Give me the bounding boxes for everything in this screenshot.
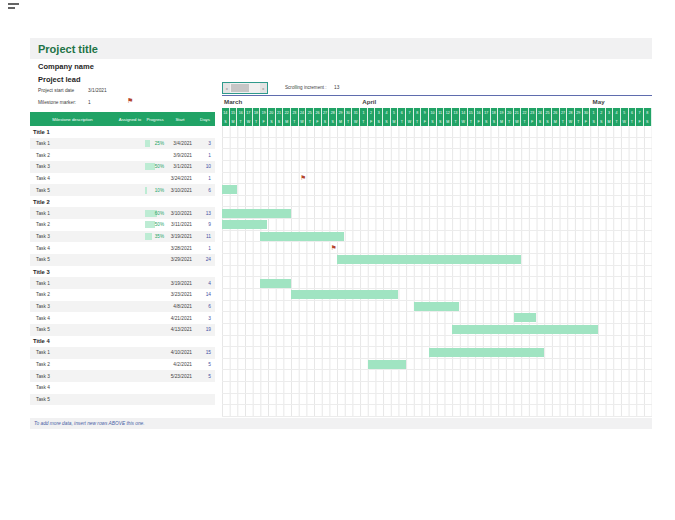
start-date-cell[interactable]: 3/11/2021 — [165, 219, 195, 231]
progress-cell[interactable] — [145, 301, 165, 313]
timeline-scrollbar[interactable]: ◂ ▸ — [222, 82, 268, 94]
progress-cell[interactable]: 60% — [145, 207, 165, 219]
start-date-cell[interactable]: 3/28/2021 — [165, 242, 195, 254]
days-cell[interactable] — [195, 394, 215, 406]
task-name-cell[interactable]: Task 3 — [30, 161, 115, 173]
start-date-cell[interactable]: 3/29/2021 — [165, 254, 195, 266]
start-date-cell[interactable] — [165, 394, 195, 406]
project-lead[interactable]: Project lead — [38, 75, 81, 84]
progress-cell[interactable]: 10% — [145, 184, 165, 196]
task-row[interactable]: Task 54/13/202119 — [30, 324, 215, 336]
scrollbar-thumb[interactable] — [231, 84, 249, 92]
progress-cell[interactable] — [145, 289, 165, 301]
days-cell[interactable]: 5 — [195, 370, 215, 382]
start-date-cell[interactable]: 3/23/2021 — [165, 289, 195, 301]
task-row[interactable]: Task 13/19/20214 — [30, 277, 215, 289]
empty-row[interactable] — [30, 405, 215, 417]
days-cell[interactable]: 10 — [195, 161, 215, 173]
start-date-cell[interactable]: 4/2/2021 — [165, 359, 195, 371]
group-title-row[interactable]: Title 3 — [30, 266, 215, 278]
assigned-to-cell[interactable] — [115, 277, 145, 289]
task-name-cell[interactable]: Task 5 — [30, 394, 115, 406]
progress-cell[interactable] — [145, 382, 165, 394]
task-row[interactable]: Task 335%3/19/202111 — [30, 231, 215, 243]
progress-cell[interactable] — [145, 312, 165, 324]
task-name-cell[interactable]: Task 3 — [30, 231, 115, 243]
scrollbar-left-arrow-icon[interactable]: ◂ — [223, 83, 230, 93]
days-cell[interactable]: 4 — [195, 277, 215, 289]
task-name-cell[interactable]: Task 5 — [30, 184, 115, 196]
assigned-to-cell[interactable] — [115, 184, 145, 196]
task-name-cell[interactable]: Task 2 — [30, 149, 115, 161]
task-row[interactable]: Task 35/23/20215 — [30, 370, 215, 382]
progress-cell[interactable] — [145, 359, 165, 371]
task-row[interactable]: Task 53/29/202124 — [30, 254, 215, 266]
assigned-to-cell[interactable] — [115, 161, 145, 173]
task-row[interactable]: Task 350%3/1/202110 — [30, 161, 215, 173]
task-name-cell[interactable]: Task 2 — [30, 359, 115, 371]
assigned-to-cell[interactable] — [115, 347, 145, 359]
progress-cell[interactable] — [145, 149, 165, 161]
task-row[interactable]: Task 125%3/4/20213 — [30, 138, 215, 150]
days-cell[interactable]: 14 — [195, 289, 215, 301]
progress-cell[interactable]: 50% — [145, 219, 165, 231]
days-cell[interactable]: 3 — [195, 312, 215, 324]
task-name-cell[interactable]: Task 5 — [30, 324, 115, 336]
start-date-cell[interactable] — [165, 382, 195, 394]
task-row[interactable]: Task 43/24/20211 — [30, 173, 215, 185]
days-cell[interactable]: 13 — [195, 207, 215, 219]
start-date-cell[interactable]: 4/8/2021 — [165, 301, 195, 313]
progress-cell[interactable]: 50% — [145, 161, 165, 173]
task-row[interactable]: Task 34/8/20216 — [30, 301, 215, 313]
task-name-cell[interactable]: Task 1 — [30, 277, 115, 289]
start-date-cell[interactable]: 3/19/2021 — [165, 277, 195, 289]
assigned-to-cell[interactable] — [115, 289, 145, 301]
days-cell[interactable] — [195, 382, 215, 394]
task-name-cell[interactable]: Task 1 — [30, 207, 115, 219]
task-name-cell[interactable]: Task 1 — [30, 138, 115, 150]
task-name-cell[interactable]: Task 4 — [30, 173, 115, 185]
task-row[interactable]: Task 510%3/10/20216 — [30, 184, 215, 196]
task-row[interactable]: Task 44/21/20213 — [30, 312, 215, 324]
milestone-marker-value[interactable]: 1 — [88, 100, 91, 105]
scrolling-increment-value[interactable]: 13 — [334, 85, 339, 90]
task-name-cell[interactable]: Task 3 — [30, 301, 115, 313]
task-name-cell[interactable]: Task 5 — [30, 254, 115, 266]
progress-cell[interactable] — [145, 370, 165, 382]
progress-cell[interactable] — [145, 242, 165, 254]
task-row[interactable]: Task 23/23/202114 — [30, 289, 215, 301]
progress-cell[interactable] — [145, 254, 165, 266]
days-cell[interactable]: 3 — [195, 138, 215, 150]
assigned-to-cell[interactable] — [115, 359, 145, 371]
task-row[interactable]: Task 23/9/20211 — [30, 149, 215, 161]
days-cell[interactable]: 6 — [195, 301, 215, 313]
assigned-to-cell[interactable] — [115, 242, 145, 254]
group-title-row[interactable]: Title 2 — [30, 196, 215, 208]
task-name-cell[interactable]: Task 4 — [30, 312, 115, 324]
progress-cell[interactable]: 25% — [145, 138, 165, 150]
days-cell[interactable]: 1 — [195, 173, 215, 185]
days-cell[interactable]: 15 — [195, 347, 215, 359]
assigned-to-cell[interactable] — [115, 382, 145, 394]
start-date-cell[interactable]: 3/10/2021 — [165, 184, 195, 196]
task-row[interactable]: Task 24/2/20215 — [30, 359, 215, 371]
progress-cell[interactable] — [145, 277, 165, 289]
assigned-to-cell[interactable] — [115, 301, 145, 313]
progress-cell[interactable]: 35% — [145, 231, 165, 243]
task-name-cell[interactable]: Task 4 — [30, 382, 115, 394]
scrollbar-right-arrow-icon[interactable]: ▸ — [260, 83, 267, 93]
task-name-cell[interactable]: Task 2 — [30, 289, 115, 301]
start-date-cell[interactable]: 4/13/2021 — [165, 324, 195, 336]
task-row[interactable]: Task 4 — [30, 382, 215, 394]
start-date-cell[interactable]: 4/10/2021 — [165, 347, 195, 359]
days-cell[interactable]: 24 — [195, 254, 215, 266]
start-date-cell[interactable]: 3/4/2021 — [165, 138, 195, 150]
start-date-cell[interactable]: 4/21/2021 — [165, 312, 195, 324]
progress-cell[interactable] — [145, 394, 165, 406]
days-cell[interactable]: 9 — [195, 219, 215, 231]
start-date-cell[interactable]: 3/1/2021 — [165, 161, 195, 173]
progress-cell[interactable] — [145, 347, 165, 359]
days-cell[interactable]: 1 — [195, 149, 215, 161]
assigned-to-cell[interactable] — [115, 219, 145, 231]
assigned-to-cell[interactable] — [115, 173, 145, 185]
